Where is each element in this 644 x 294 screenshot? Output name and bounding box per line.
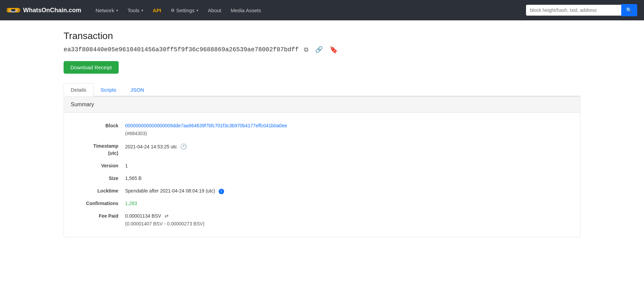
logo-icon: [7, 6, 20, 15]
info-icon[interactable]: i: [219, 189, 224, 194]
brand-name: WhatsOnChain.com: [23, 7, 81, 14]
tab-json[interactable]: JSON: [123, 83, 151, 96]
chevron-down-icon: ▾: [197, 8, 198, 12]
brand-logo[interactable]: WhatsOnChain.com: [7, 6, 81, 15]
tab-details[interactable]: Details: [64, 83, 94, 96]
summary-row-version: Version 1: [64, 160, 580, 172]
summary-body: Block 000000000000000009dde7aa964639f7bf…: [64, 113, 580, 237]
nav-menu: Network ▾ Tools ▾ API ⚙ Settings ▾ About…: [91, 5, 523, 16]
download-receipt-button[interactable]: Download Receipt: [64, 61, 119, 74]
value-timestamp: 2021-04-24 14:53:25 utc 🕐: [125, 143, 573, 151]
nav-api[interactable]: API: [149, 5, 165, 16]
summary-row-locktime: Locktime Spendable after 2021-04-24 08:0…: [64, 185, 580, 197]
page-title: Transaction: [64, 31, 580, 41]
value-locktime: Spendable after 2021-04-24 08:04:19 (utc…: [125, 187, 573, 195]
gear-icon: ⚙: [171, 8, 175, 13]
transfer-icon: ⇄: [165, 213, 169, 219]
value-size: 1,565 B: [125, 175, 573, 182]
block-hash-link[interactable]: 000000000000000009dde7aa964639f7bfc701f3…: [125, 123, 287, 128]
search-icon: 🔍: [626, 7, 632, 13]
label-fee: Fee Paid: [71, 213, 125, 220]
summary-header: Summary: [64, 97, 580, 113]
label-locktime: Locktime: [71, 187, 125, 195]
link-button[interactable]: 🔗: [314, 45, 324, 54]
link-icon: 🔗: [315, 46, 323, 53]
main-content: Transaction ea33f808440e05e9610401456a30…: [50, 20, 594, 247]
summary-row-timestamp: Timestamp(utc) 2021-04-24 14:53:25 utc 🕐: [64, 140, 580, 160]
clock-icon: 🕐: [180, 144, 187, 149]
tx-hash: ea33f808440e05e9610401456a30ff5f9f36c968…: [64, 46, 299, 53]
value-confirmations: 1,283: [125, 200, 573, 207]
tab-scripts[interactable]: Scripts: [94, 83, 123, 96]
value-version: 1: [125, 162, 573, 169]
label-version: Version: [71, 162, 125, 169]
value-block: 000000000000000009dde7aa964639f7bfc701f3…: [125, 122, 573, 137]
summary-row-confirmations: Confirmations 1,283: [64, 197, 580, 210]
label-confirmations: Confirmations: [71, 200, 125, 207]
nav-network[interactable]: Network ▾: [91, 5, 122, 16]
summary-row-fee: Fee Paid 0.00001134 BSV ⇄ (0.00001407 BS…: [64, 210, 580, 230]
nav-media-assets[interactable]: Media Assets: [226, 5, 265, 16]
value-fee: 0.00001134 BSV ⇄ (0.00001407 BSV - 0.000…: [125, 213, 573, 227]
summary-row-block: Block 000000000000000009dde7aa964639f7bf…: [64, 120, 580, 140]
chevron-down-icon: ▾: [116, 8, 118, 12]
bookmark-icon: 🔖: [329, 46, 338, 53]
summary-card: Summary Block 000000000000000009dde7aa96…: [64, 96, 580, 237]
search-box: 🔍: [526, 4, 637, 16]
chevron-down-icon: ▾: [141, 8, 143, 12]
label-block: Block: [71, 122, 125, 129]
tab-bar: Details Scripts JSON: [64, 83, 580, 96]
search-input[interactable]: [526, 5, 621, 16]
label-size: Size: [71, 175, 125, 182]
nav-tools[interactable]: Tools ▾: [123, 5, 147, 16]
nav-settings[interactable]: ⚙ Settings ▾: [167, 5, 202, 16]
copy-button[interactable]: ⧉: [303, 45, 310, 54]
search-button[interactable]: 🔍: [621, 4, 637, 16]
block-number: (#684303): [125, 130, 573, 137]
tx-hash-row: ea33f808440e05e9610401456a30ff5f9f36c968…: [64, 45, 580, 54]
fee-breakdown: (0.00001407 BSV - 0.00000273 BSV): [125, 220, 573, 227]
summary-row-size: Size 1,565 B: [64, 172, 580, 185]
label-timestamp: Timestamp(utc): [71, 143, 125, 157]
nav-about[interactable]: About: [204, 5, 225, 16]
navbar: WhatsOnChain.com Network ▾ Tools ▾ API ⚙…: [0, 0, 644, 20]
copy-icon: ⧉: [304, 46, 308, 53]
bookmark-button[interactable]: 🔖: [328, 45, 339, 54]
